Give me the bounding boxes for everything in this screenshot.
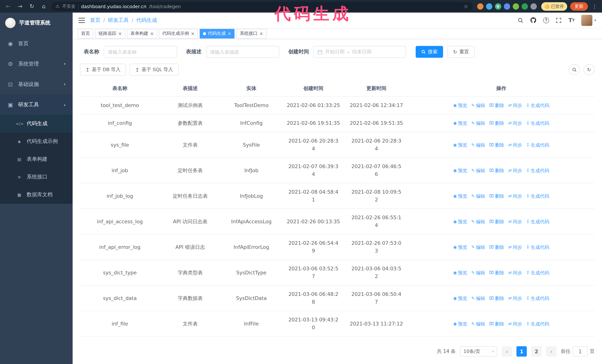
reload-icon[interactable]: ↻ <box>27 3 36 10</box>
preview-link[interactable]: ◉预览 <box>453 166 467 174</box>
sidebar-toggle-icon[interactable] <box>78 18 85 23</box>
extension-icon[interactable] <box>477 3 483 10</box>
back-icon[interactable]: ← <box>4 3 13 10</box>
delete-link[interactable]: ⌧删除 <box>489 320 504 328</box>
delete-link[interactable]: ⌧删除 <box>489 294 504 302</box>
page-tab[interactable]: 系统接口 × <box>236 29 267 39</box>
goto-page-input[interactable] <box>573 346 588 357</box>
sync-link[interactable]: ⇄同步 <box>508 218 522 225</box>
sync-link[interactable]: ⇄同步 <box>508 243 522 251</box>
security-label[interactable]: 不安全 <box>62 3 75 10</box>
preview-link[interactable]: ◉预览 <box>453 192 467 200</box>
extension-icon[interactable] <box>504 3 510 10</box>
help-icon[interactable]: ? <box>543 17 549 23</box>
page-tab[interactable]: 代码生成示例 × <box>159 29 198 39</box>
delete-link[interactable]: ⌧删除 <box>489 243 504 251</box>
edit-link[interactable]: ✎编辑 <box>471 294 485 302</box>
tab-close-icon[interactable]: × <box>259 31 263 36</box>
forward-icon[interactable]: → <box>16 3 24 10</box>
user-avatar[interactable]: ▾ <box>581 15 596 26</box>
app-logo[interactable]: 芋道管理系统 <box>0 13 73 33</box>
preview-link[interactable]: ◉预览 <box>453 269 467 276</box>
sync-link[interactable]: ⇄同步 <box>508 119 522 127</box>
delete-link[interactable]: ⌧删除 <box>489 141 504 149</box>
next-page-button[interactable]: › <box>546 346 556 357</box>
extension-icon[interactable] <box>486 3 492 10</box>
search-button[interactable]: 搜索 <box>416 46 443 58</box>
generate-code-link[interactable]: ↧生成代码 <box>526 294 549 302</box>
menu-kebab-icon[interactable]: ⋮ <box>591 3 598 9</box>
home-icon[interactable]: ⌂ <box>39 3 48 10</box>
breadcrumb-home[interactable]: 首页 <box>90 17 100 24</box>
prev-page-button[interactable]: ‹ <box>502 346 512 357</box>
tab-close-icon[interactable]: × <box>118 31 122 36</box>
import-db-button[interactable]: ↥ 基于 DB 导入 <box>80 64 126 75</box>
page-tab[interactable]: 代码生成 × <box>200 29 235 39</box>
sync-link[interactable]: ⇄同步 <box>508 269 522 276</box>
update-button[interactable]: 更新 <box>570 2 588 10</box>
sync-link[interactable]: ⇄同步 <box>508 192 522 200</box>
preview-link[interactable]: ◉预览 <box>453 243 467 251</box>
delete-link[interactable]: ⌧删除 <box>489 269 504 276</box>
tab-close-icon[interactable]: × <box>191 31 194 36</box>
sidebar-item[interactable]: ⚙ 系统管理 ▾ <box>0 54 73 74</box>
generate-code-link[interactable]: ↧生成代码 <box>526 166 549 174</box>
edit-link[interactable]: ✎编辑 <box>471 320 485 328</box>
profile-paused-chip[interactable]: 已暂停 <box>541 2 567 10</box>
page-number-button[interactable]: 2 <box>531 346 542 357</box>
delete-link[interactable]: ⌧删除 <box>489 119 504 127</box>
preview-link[interactable]: ◉预览 <box>453 141 467 149</box>
page-tab[interactable]: 链路追踪 × <box>95 29 125 39</box>
sync-link[interactable]: ⇄同步 <box>508 166 522 174</box>
page-tab[interactable]: 表单构建 × <box>127 29 157 39</box>
preview-link[interactable]: ◉预览 <box>453 119 467 127</box>
generate-code-link[interactable]: ↧生成代码 <box>526 269 549 276</box>
table-desc-input[interactable] <box>206 46 279 58</box>
sidebar-item[interactable]: ⊡ 基础设施 ▾ <box>0 74 73 94</box>
sidebar-subitem[interactable]: ◈ 代码生成示例 <box>0 133 73 150</box>
font-size-icon[interactable]: TT <box>569 17 575 24</box>
delete-link[interactable]: ⌧删除 <box>489 102 504 109</box>
generate-code-link[interactable]: ↧生成代码 <box>526 192 549 200</box>
reset-button[interactable]: ↻ 重置 <box>448 46 474 58</box>
search-icon[interactable] <box>518 17 524 23</box>
extension-icon[interactable] <box>521 3 528 10</box>
table-name-input[interactable] <box>104 46 177 58</box>
tab-close-icon[interactable]: × <box>227 31 231 36</box>
sidebar-subitem[interactable]: </> 代码生成 <box>0 115 73 133</box>
preview-link[interactable]: ◉预览 <box>453 218 467 225</box>
generate-code-link[interactable]: ↧生成代码 <box>526 320 549 328</box>
extension-icon[interactable] <box>530 3 537 10</box>
page-number-button[interactable]: 1 <box>516 346 527 357</box>
generate-code-link[interactable]: ↧生成代码 <box>526 243 549 251</box>
breadcrumb-devtools[interactable]: 研发工具 <box>108 17 129 24</box>
generate-code-link[interactable]: ↧生成代码 <box>526 218 549 225</box>
edit-link[interactable]: ✎编辑 <box>471 102 485 109</box>
edit-link[interactable]: ✎编辑 <box>471 192 485 200</box>
address-bar[interactable]: ⚠ 不安全 dashboard.yudao.iocoder.cn/tool/co… <box>51 2 473 11</box>
edit-link[interactable]: ✎编辑 <box>471 269 485 276</box>
fullscreen-icon[interactable] <box>556 17 562 23</box>
sync-link[interactable]: ⇄同步 <box>508 102 522 109</box>
bookmark-star-icon[interactable]: ☆ <box>464 3 468 9</box>
extension-icon[interactable]: V <box>495 3 501 10</box>
tab-close-icon[interactable]: × <box>150 31 154 36</box>
edit-link[interactable]: ✎编辑 <box>471 218 485 225</box>
refresh-table-button[interactable]: ↻ <box>583 64 595 75</box>
toggle-search-button[interactable] <box>569 64 580 75</box>
page-tab[interactable]: 首页 <box>78 29 93 39</box>
sidebar-subitem[interactable]: ≡ 系统接口 <box>0 168 73 186</box>
date-range-picker[interactable]: 开始日期 - 结束日期 <box>313 46 406 58</box>
edit-link[interactable]: ✎编辑 <box>471 243 485 251</box>
sidebar-subitem[interactable]: ▦ 数据库文档 <box>0 186 73 204</box>
import-sql-button[interactable]: ↥ 基于 SQL 导入 <box>130 64 178 75</box>
extension-icon[interactable] <box>513 3 519 10</box>
generate-code-link[interactable]: ↧生成代码 <box>526 119 549 127</box>
page-size-select[interactable]: 10条/页 ▾ <box>460 346 497 357</box>
sidebar-item[interactable]: ◉ 首页 <box>0 33 73 54</box>
sync-link[interactable]: ⇄同步 <box>508 320 522 328</box>
delete-link[interactable]: ⌧删除 <box>489 218 504 225</box>
delete-link[interactable]: ⌧删除 <box>489 192 504 200</box>
delete-link[interactable]: ⌧删除 <box>489 166 504 174</box>
github-icon[interactable] <box>530 17 537 23</box>
